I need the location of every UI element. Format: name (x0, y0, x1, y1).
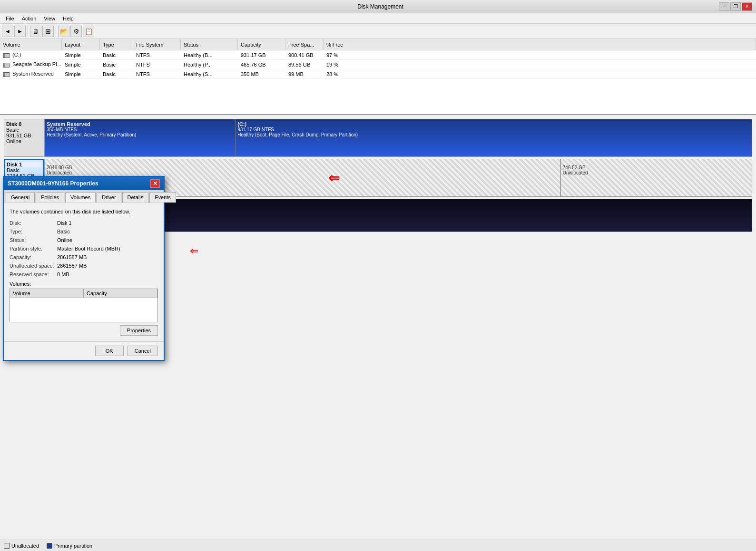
tab-events[interactable]: Events (149, 192, 176, 203)
field-disk: Disk: Disk 1 (10, 220, 158, 226)
field-status-label: Status: (10, 237, 57, 243)
field-status: Status: Online (10, 237, 158, 243)
modal-overlay: ST3000DM001-9YN166 Properties ✕ General … (0, 0, 756, 551)
field-disk-label: Disk: (10, 220, 57, 226)
tab-policies[interactable]: Policies (36, 192, 64, 203)
dialog-properties-section: Properties (10, 325, 158, 336)
properties-button[interactable]: Properties (120, 325, 158, 336)
field-status-value: Online (57, 237, 72, 243)
dialog-footer: OK Cancel (4, 341, 164, 360)
cancel-button[interactable]: Cancel (128, 346, 158, 356)
properties-dialog: ST3000DM001-9YN166 Properties ✕ General … (3, 176, 165, 361)
volumes-table-body[interactable] (10, 298, 157, 322)
vol-col-capacity: Capacity (84, 289, 157, 298)
field-capacity: Capacity: 2861587 MB (10, 254, 158, 260)
volumes-label: Volumes: (10, 281, 158, 287)
field-reserved-value: 0 MB (57, 271, 69, 277)
tab-general[interactable]: General (6, 192, 35, 203)
field-partition-style-label: Partition style: (10, 246, 57, 251)
red-arrow-2: ⇐ (190, 245, 198, 257)
dialog-body: The volumes contained on this disk are l… (4, 203, 164, 341)
field-partition-style: Partition style: Master Boot Record (MBR… (10, 246, 158, 251)
field-unallocated: Unallocated space: 2861587 MB (10, 263, 158, 269)
ok-button[interactable]: OK (95, 346, 124, 356)
tab-details[interactable]: Details (122, 192, 149, 203)
field-capacity-value: 2861587 MB (57, 254, 87, 260)
tab-driver[interactable]: Driver (97, 192, 121, 203)
field-type-value: Basic (57, 229, 70, 234)
volumes-table-header: Volume Capacity (10, 289, 157, 298)
dialog-tabs: General Policies Volumes Driver Details … (4, 190, 164, 203)
field-partition-style-value: Master Boot Record (MBR) (57, 246, 120, 251)
tab-volumes[interactable]: Volumes (65, 192, 96, 203)
dialog-title-bar: ST3000DM001-9YN166 Properties ✕ (4, 177, 164, 190)
field-unallocated-value: 2861587 MB (57, 263, 87, 269)
field-unallocated-label: Unallocated space: (10, 263, 57, 269)
dialog-intro: The volumes contained on this disk are l… (10, 209, 158, 214)
dialog-action-buttons: OK Cancel (95, 346, 158, 356)
field-reserved-label: Reserved space: (10, 271, 57, 277)
field-capacity-label: Capacity: (10, 254, 57, 260)
volumes-table: Volume Capacity (10, 289, 158, 322)
field-reserved: Reserved space: 0 MB (10, 271, 158, 277)
dialog-title: ST3000DM001-9YN166 Properties (8, 180, 98, 187)
dialog-close-button[interactable]: ✕ (150, 179, 160, 188)
field-type-label: Type: (10, 229, 57, 234)
vol-col-volume: Volume (10, 289, 84, 298)
field-type: Type: Basic (10, 229, 158, 234)
field-disk-value: Disk 1 (57, 220, 72, 226)
